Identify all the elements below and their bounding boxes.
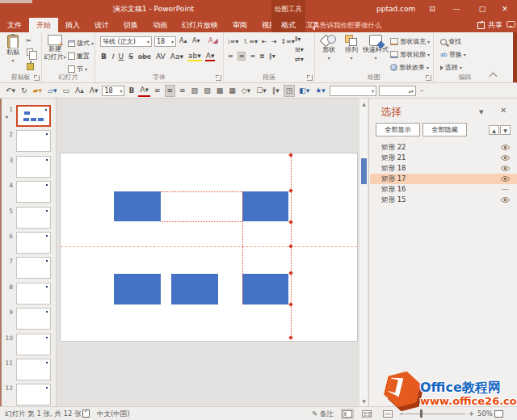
- thumbnail-preview[interactable]: [16, 359, 51, 380]
- slide-thumbnail-4[interactable]: 4: [0, 181, 57, 204]
- tab-插入[interactable]: 插入: [58, 18, 87, 32]
- hide-all-button[interactable]: 全部隐藏: [422, 123, 467, 136]
- tab-切换[interactable]: 切换: [116, 18, 145, 32]
- text-direction-icon[interactable]: ⫴▾: [295, 36, 304, 44]
- shrink-font-button[interactable]: A▾: [192, 37, 200, 44]
- scrollbar-thumb[interactable]: [361, 158, 367, 184]
- slide-thumbnail-7[interactable]: 7: [0, 257, 57, 279]
- shrink-font-icon[interactable]: A▾: [88, 85, 100, 97]
- slide-thumbnail-12[interactable]: 12: [0, 384, 57, 406]
- copy-button[interactable]: [27, 48, 33, 56]
- slide-editing-area[interactable]: [61, 153, 357, 341]
- account-name[interactable]: pptad.com: [376, 0, 415, 18]
- layout-button[interactable]: 版式▾: [68, 39, 94, 48]
- outdent-icon[interactable]: ⇤: [262, 38, 267, 45]
- paste-button[interactable]: 粘贴▾: [3, 35, 23, 65]
- text-highlight-icon[interactable]: ab▾: [187, 52, 202, 61]
- ribbon-display-options-icon[interactable]: ⊡: [422, 0, 443, 18]
- close-icon[interactable]: ✕: [494, 0, 515, 18]
- canvas-scrollbar[interactable]: ▲ ▼: [359, 99, 368, 406]
- clear-strike-icon[interactable]: abc: [137, 52, 152, 61]
- align-center-icon[interactable]: ≡: [237, 52, 246, 61]
- dash-icon[interactable]: –: [418, 85, 426, 97]
- columns-icon[interactable]: ∥▾: [269, 52, 275, 60]
- dialog-launcher-icon[interactable]: [34, 75, 40, 81]
- selection-item[interactable]: 矩形 22: [370, 142, 517, 153]
- send-back-icon[interactable]: ▦: [227, 85, 237, 97]
- slide-thumbnail-3[interactable]: 3: [0, 156, 57, 178]
- share-button[interactable]: 共享: [477, 18, 502, 32]
- maximize-icon[interactable]: □: [472, 0, 493, 18]
- align-right-icon[interactable]: ≡: [250, 52, 255, 60]
- selection-item[interactable]: 矩形 15: [370, 195, 517, 205]
- language-indicator[interactable]: 中文(中国): [97, 407, 130, 420]
- slide-thumbnail-9[interactable]: 9: [0, 308, 57, 330]
- shapes-button[interactable]: 形状▾: [318, 35, 339, 62]
- clear-formatting-button[interactable]: A◢: [208, 37, 218, 44]
- minimize-icon[interactable]: —: [446, 0, 467, 18]
- spellcheck-icon[interactable]: [82, 410, 90, 418]
- show-all-button[interactable]: 全部显示: [376, 123, 420, 136]
- new-slide-button[interactable]: 新建 幻灯片▾: [44, 35, 66, 61]
- pane-options-icon[interactable]: ▼: [479, 109, 483, 116]
- align-objects-icon[interactable]: ∥▾: [271, 85, 281, 97]
- underline-icon[interactable]: U: [118, 52, 125, 61]
- shape-outline-icon[interactable]: ▱▾: [46, 85, 58, 97]
- slide-thumbnail-6[interactable]: 6: [0, 232, 57, 254]
- quick-styles-button[interactable]: 快速样式▾: [362, 35, 389, 62]
- font-size-select[interactable]: 18▾: [154, 36, 176, 47]
- font-name-select[interactable]: 等线 (正文)▾: [100, 36, 152, 47]
- thumbnail-preview[interactable]: [16, 384, 51, 405]
- effects-icon[interactable]: ★▾: [313, 85, 327, 97]
- shape-fill-button[interactable]: 形状填充▾: [390, 37, 430, 46]
- slide-thumbnail-10[interactable]: 10: [0, 334, 57, 356]
- thumbnail-preview[interactable]: [16, 207, 51, 229]
- align-right-icon[interactable]: ≡: [178, 85, 187, 97]
- dialog-launcher-icon[interactable]: [307, 75, 313, 81]
- justify-icon[interactable]: ≣: [259, 52, 265, 60]
- zoom-slider[interactable]: [406, 414, 465, 414]
- tab-审阅[interactable]: 审阅: [225, 18, 254, 32]
- group-icon[interactable]: ◳: [284, 85, 296, 97]
- numbering-icon[interactable]: ⒈≡▾: [242, 37, 258, 46]
- align-left-icon[interactable]: ≡: [228, 52, 233, 60]
- indent-icon[interactable]: ⇥: [271, 38, 277, 45]
- scroll-up-icon[interactable]: ▲: [359, 99, 368, 108]
- selection-item[interactable]: 矩形 18: [370, 163, 517, 174]
- bold-icon[interactable]: B: [127, 85, 136, 97]
- arrange-button[interactable]: 排列▾: [341, 35, 362, 62]
- normal-view-icon[interactable]: [343, 410, 352, 418]
- format-painter-button[interactable]: [27, 63, 34, 70]
- shape-fill-icon[interactable]: ▰▾: [32, 85, 44, 97]
- font-size-box[interactable]: 18▾: [102, 86, 124, 96]
- strikethrough-icon[interactable]: S: [128, 52, 134, 61]
- tell-me-box[interactable]: 告诉我你想要做什么: [310, 18, 382, 32]
- thumbnail-preview[interactable]: [16, 105, 51, 127]
- line-spacing-icon[interactable]: ↕≡▾: [280, 38, 294, 45]
- align-text-icon[interactable]: ⊞▾: [295, 46, 304, 53]
- slide-sorter-icon[interactable]: [362, 410, 372, 418]
- style-combo[interactable]: ▾: [330, 86, 376, 96]
- send-backward-icon[interactable]: ▼: [500, 125, 511, 135]
- grow-font-icon[interactable]: A▴: [74, 85, 86, 97]
- comments-icon[interactable]: [506, 21, 515, 27]
- reset-button[interactable]: 重置: [68, 52, 90, 61]
- shape-outline-button[interactable]: 形状轮廓▾: [390, 50, 430, 59]
- send-backward-icon[interactable]: ▨: [202, 85, 212, 97]
- hidden-dash-icon[interactable]: —: [502, 184, 509, 195]
- shape-effects-button[interactable]: 形状效果▾: [390, 63, 429, 72]
- thumbnail-preview[interactable]: [16, 156, 51, 178]
- grow-font-button[interactable]: A▴: [179, 37, 187, 44]
- rectangle-shape[interactable]: [171, 274, 218, 304]
- pane-close-icon[interactable]: ✕: [500, 106, 506, 115]
- smartart-icon[interactable]: ⇄▾: [295, 56, 304, 63]
- char-spacing-icon[interactable]: AV: [155, 52, 166, 61]
- undo-icon[interactable]: ↶▾: [4, 85, 17, 97]
- italic-icon[interactable]: I: [111, 52, 115, 61]
- tab-文件[interactable]: 文件: [0, 18, 29, 32]
- slide-thumbnail-2[interactable]: 2: [0, 130, 57, 153]
- thumbnail-preview[interactable]: [16, 257, 51, 279]
- thumbnail-preview[interactable]: [16, 232, 51, 254]
- replace-button[interactable]: ab替换▾: [440, 50, 466, 59]
- thumbnail-preview[interactable]: [16, 308, 51, 330]
